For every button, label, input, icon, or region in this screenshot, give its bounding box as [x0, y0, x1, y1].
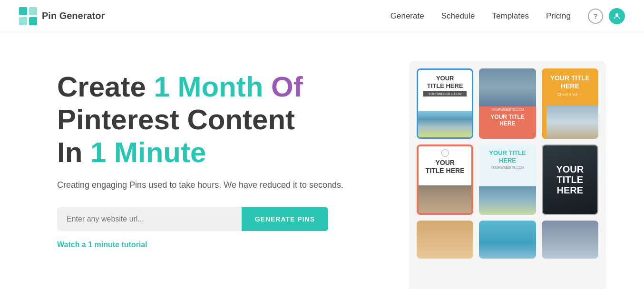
pin-card-2: YOURWEBSITE.COM YOUR TITLEHERE: [479, 68, 536, 139]
url-form: GENERATE PINS: [57, 207, 328, 231]
logo-area[interactable]: Pin Generator: [19, 7, 105, 25]
user-account-icon[interactable]: [609, 8, 625, 24]
pin-card-1-site: YOURWEBSITE.COM: [423, 91, 467, 96]
main-nav: Generate Schedule Templates Pricing ?: [390, 8, 625, 24]
nav-schedule[interactable]: Schedule: [441, 11, 475, 21]
headline-1-month: 1 Month: [154, 71, 263, 103]
pin-card-8: [479, 221, 536, 259]
pin-card-4-title: YOURTITLE HERE: [422, 159, 468, 175]
pin-grid-bottom-row: [417, 221, 598, 259]
pin-card-1-photo: [418, 111, 472, 137]
pin-grid: YOURTITLE HERE YOURWEBSITE.COM YOURWEBSI…: [417, 68, 598, 215]
url-input[interactable]: [57, 207, 242, 231]
pin-card-4: YOURTITLE HERE: [417, 144, 473, 215]
pin-card-7: [417, 221, 473, 259]
pin-card-3: YOUR TITLEHERE Check it out →: [542, 68, 598, 139]
nav-templates[interactable]: Templates: [492, 11, 529, 21]
pin-card-2-title: YOUR TITLEHERE: [479, 112, 536, 129]
svg-rect-1: [29, 7, 37, 15]
svg-rect-0: [19, 7, 27, 15]
pin-grid-panel: YOURTITLE HERE YOURWEBSITE.COM YOURWEBSI…: [409, 61, 606, 289]
pin-card-9: [542, 221, 598, 259]
pin-card-3-title: YOUR TITLEHERE: [546, 74, 594, 90]
pin-card-3-photo: [546, 106, 598, 139]
help-icon[interactable]: ?: [588, 9, 603, 24]
pin-card-2-photo: [479, 68, 536, 106]
pin-card-1: YOURTITLE HERE YOURWEBSITE.COM: [417, 68, 473, 139]
pin-card-6-title: YOURTITLEHERE: [552, 160, 587, 199]
headline-part1: Create: [57, 71, 154, 103]
headline-1-minute: 1 Minute: [90, 136, 206, 168]
pin-card-4-photo: [419, 185, 471, 213]
hero-subtext: Creating engaging Pins used to take hour…: [57, 180, 381, 190]
headline-in: In: [57, 136, 90, 168]
pin-card-5: YOUR TITLEHERE YOURWEBSITE.COM: [479, 144, 536, 215]
tutorial-link[interactable]: Watch a 1 minute tutorial: [57, 241, 147, 249]
pin-card-3-cta: Check it out →: [546, 92, 594, 96]
user-svg: [613, 12, 621, 20]
pin-card-4-icon: [441, 149, 449, 157]
logo-icon: [19, 7, 37, 25]
svg-point-4: [615, 13, 618, 16]
pin-card-5-site: YOURWEBSITE.COM: [491, 166, 524, 169]
svg-rect-2: [19, 17, 27, 25]
pin-card-1-title: YOURTITLE HERE: [423, 75, 467, 89]
headline: Create 1 Month Of Pinterest Content In 1…: [57, 70, 381, 169]
pin-card-5-photo: [479, 186, 536, 215]
headline-pinterest: Pinterest Content: [57, 104, 295, 135]
svg-rect-3: [29, 17, 37, 25]
left-panel: Create 1 Month Of Pinterest Content In 1…: [57, 61, 381, 249]
pin-card-5-title: YOUR TITLEHERE: [485, 149, 529, 164]
nav-pricing[interactable]: Pricing: [546, 11, 571, 21]
logo-text: Pin Generator: [42, 10, 105, 21]
headline-month-suffix: Of: [263, 71, 302, 103]
nav-icons: ?: [588, 8, 625, 24]
pin-card-6: YOURTITLEHERE: [542, 144, 598, 215]
generate-pins-button[interactable]: GENERATE PINS: [242, 207, 328, 231]
nav-generate[interactable]: Generate: [390, 11, 424, 21]
main-content: Create 1 Month Of Pinterest Content In 1…: [0, 32, 644, 289]
pin-card-2-site: YOURWEBSITE.COM: [479, 106, 536, 112]
